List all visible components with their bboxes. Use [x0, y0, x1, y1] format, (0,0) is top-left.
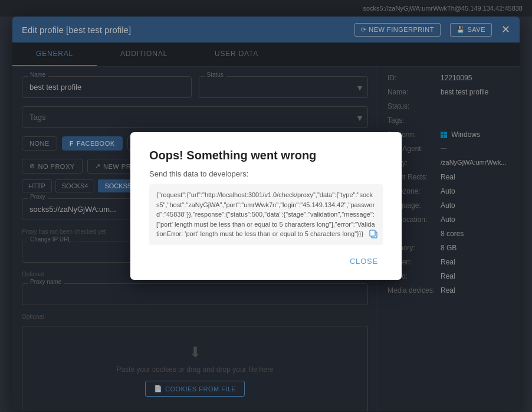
error-footer: CLOSE	[149, 254, 383, 268]
close-error-button[interactable]: CLOSE	[345, 254, 383, 268]
error-subtitle: Send this data to developers:	[149, 169, 383, 178]
svg-rect-5	[370, 230, 375, 236]
copy-icon	[369, 229, 378, 238]
error-overlay: Oops! Something went wrong Send this dat…	[0, 0, 532, 412]
copy-error-button[interactable]	[369, 229, 378, 240]
error-content: {"request":{"url":"http://localhost:3001…	[149, 184, 383, 245]
error-title: Oops! Something went wrong	[149, 149, 383, 162]
error-dialog: Oops! Something went wrong Send this dat…	[130, 132, 402, 280]
